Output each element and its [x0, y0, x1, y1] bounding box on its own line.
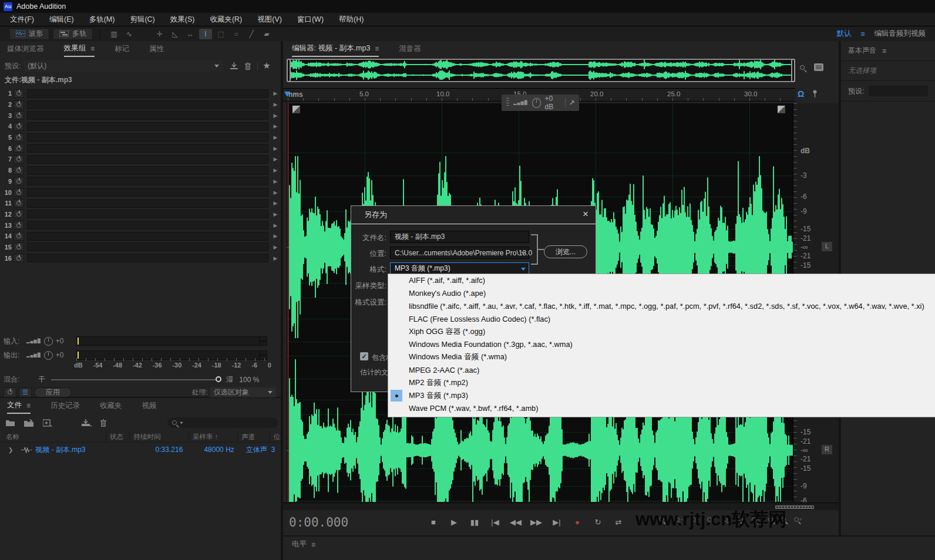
filename-input[interactable]: 视频 - 副本.mp3 [390, 231, 529, 243]
slot-power-button[interactable] [14, 122, 24, 131]
slot-effect-bar[interactable] [27, 242, 268, 251]
effect-slot[interactable]: 12▶ [0, 209, 281, 220]
format-option[interactable]: MP3 音频 (*.mp3) [388, 389, 935, 402]
slot-arrow-icon[interactable]: ▶ [270, 211, 281, 217]
tab-files-3[interactable]: 视频 [142, 398, 157, 414]
effect-slot[interactable]: 5▶ [0, 132, 281, 143]
delete-preset-icon[interactable] [244, 62, 251, 70]
format-option[interactable]: MP2 音频 (*.mp2) [388, 376, 935, 389]
menu-item[interactable]: 收藏夹(R) [202, 13, 250, 26]
overview-right-handle[interactable] [791, 59, 795, 82]
marquee-tool-icon[interactable]: ⬚ [214, 29, 227, 39]
file-row[interactable]: ❯ 视频 - 副本.mp3 0:33.216 48000 Hz 立体声 3 [0, 443, 281, 456]
panel-menu-icon[interactable]: ≡ [26, 402, 31, 410]
slot-power-button[interactable] [14, 199, 24, 208]
tab-levels[interactable]: 电平 ≡ [292, 537, 315, 552]
slot-arrow-icon[interactable]: ▶ [270, 146, 281, 151]
effect-slot[interactable]: 1▶ [0, 88, 281, 99]
effect-slot[interactable]: 15▶ [0, 242, 281, 253]
pause-button[interactable]: ▮▮ [467, 515, 482, 529]
menu-item[interactable]: 窗口(W) [290, 13, 331, 26]
rp-preset-select[interactable] [869, 86, 928, 96]
menu-item[interactable]: 视图(V) [250, 13, 290, 26]
slot-effect-bar[interactable] [27, 232, 268, 241]
column-header-5[interactable]: 位 [269, 431, 281, 442]
effect-slot[interactable]: 13▶ [0, 220, 281, 231]
waveform-view-button[interactable]: 波形 [9, 28, 49, 40]
format-option[interactable]: libsndfile (*.aifc, *.aiff, *.au, *.avr,… [388, 300, 935, 313]
slot-arrow-icon[interactable]: ▶ [270, 244, 281, 250]
slot-power-button[interactable] [14, 221, 24, 230]
panel-menu-icon[interactable]: ≡ [90, 45, 95, 53]
slot-effect-bar[interactable] [27, 254, 268, 262]
slot-arrow-icon[interactable]: ▶ [270, 233, 281, 239]
tab-effects-2[interactable]: 标记 [115, 41, 129, 57]
trash-icon[interactable] [100, 419, 107, 427]
menu-item[interactable]: 剪辑(C) [122, 13, 162, 26]
fade-out-handle[interactable] [778, 106, 785, 113]
slot-arrow-icon[interactable]: ▶ [270, 156, 281, 162]
save-preset-icon[interactable] [230, 62, 238, 70]
slot-arrow-icon[interactable]: ▶ [270, 200, 281, 206]
slot-effect-bar[interactable] [27, 166, 268, 175]
tab-files-2[interactable]: 收藏夹 [100, 398, 122, 414]
slot-effect-bar[interactable] [27, 144, 268, 153]
slot-power-button[interactable] [14, 111, 24, 120]
time-selection-icon[interactable]: ↔ [184, 29, 197, 39]
hud-grip-icon[interactable] [506, 98, 509, 107]
output-gain-knob[interactable] [44, 351, 53, 360]
input-gain-knob[interactable] [44, 337, 53, 346]
slot-effect-bar[interactable] [27, 199, 268, 208]
slot-effect-bar[interactable] [27, 188, 268, 197]
slot-arrow-icon[interactable]: ▶ [270, 167, 281, 173]
tab-effects-1[interactable]: 效果组≡ [64, 41, 95, 57]
slot-power-button[interactable] [14, 232, 24, 241]
slot-effect-bar[interactable] [27, 122, 268, 131]
close-icon[interactable]: × [583, 208, 588, 220]
playhead-marker[interactable] [284, 92, 291, 100]
tab-effects-3[interactable]: 属性 [149, 41, 164, 57]
zoom-out-icon[interactable] [800, 65, 805, 70]
hud-volume-knob[interactable] [532, 98, 541, 108]
tab-files-0[interactable]: 文件≡ [7, 398, 31, 414]
slot-arrow-icon[interactable]: ▶ [270, 255, 281, 261]
effect-slot[interactable]: 6▶ [0, 143, 281, 154]
effect-slot[interactable]: 4▶ [0, 121, 281, 132]
slot-arrow-icon[interactable]: ▶ [270, 102, 281, 107]
wave-monitor-icon[interactable]: ∿ [123, 29, 136, 39]
effect-slot[interactable]: 3▶ [0, 110, 281, 121]
workspace-default-button[interactable]: 默认 [836, 29, 851, 39]
hud-pin-icon[interactable] [569, 100, 574, 106]
effect-slot[interactable]: 14▶ [0, 231, 281, 242]
mix-slider[interactable] [51, 379, 220, 380]
process-select[interactable]: 仅选区对象 [210, 387, 276, 397]
format-option[interactable]: MPEG 2-AAC (*.aac) [388, 364, 935, 377]
slot-arrow-icon[interactable]: ▶ [270, 178, 281, 184]
heal-tool-icon[interactable]: ▰ [260, 29, 273, 39]
new-file-icon[interactable] [43, 419, 52, 427]
panel-menu-icon[interactable]: ≡ [311, 541, 315, 549]
fade-in-handle[interactable] [292, 106, 300, 113]
browse-button[interactable]: 浏览... [544, 245, 587, 258]
slot-effect-bar[interactable] [27, 210, 268, 218]
effect-slot[interactable]: 11▶ [0, 198, 281, 209]
effect-slot[interactable]: 8▶ [0, 165, 281, 176]
format-option[interactable]: Windows Media Foundation (*.3gp, *.aac, … [388, 338, 935, 351]
volume-hud[interactable]: ▂▄▆█ +0 dB [502, 95, 579, 111]
panel-menu-icon[interactable]: ≡ [375, 45, 379, 53]
multitrack-view-button[interactable]: 多轨 [53, 28, 93, 40]
fast-forward-button[interactable]: ▶▶ [529, 515, 544, 529]
histogram-icon[interactable]: ▥ [107, 29, 120, 39]
import-file-icon[interactable] [24, 419, 35, 427]
effect-slot[interactable]: 10▶ [0, 187, 281, 198]
slot-arrow-icon[interactable]: ▶ [270, 222, 281, 228]
effect-slot[interactable]: 9▶ [0, 176, 281, 187]
overview-left-handle[interactable] [287, 59, 291, 82]
format-option[interactable]: FLAC (Free Lossless Audio Codec) (*.flac… [388, 312, 935, 325]
rack-list-button[interactable]: ☰ [19, 387, 32, 397]
slot-arrow-icon[interactable]: ▶ [270, 90, 281, 96]
effect-slot[interactable]: 2▶ [0, 99, 281, 110]
menu-item[interactable]: 帮助(H) [331, 13, 371, 26]
files-search-input[interactable] [167, 417, 278, 428]
slot-arrow-icon[interactable]: ▶ [270, 134, 281, 140]
